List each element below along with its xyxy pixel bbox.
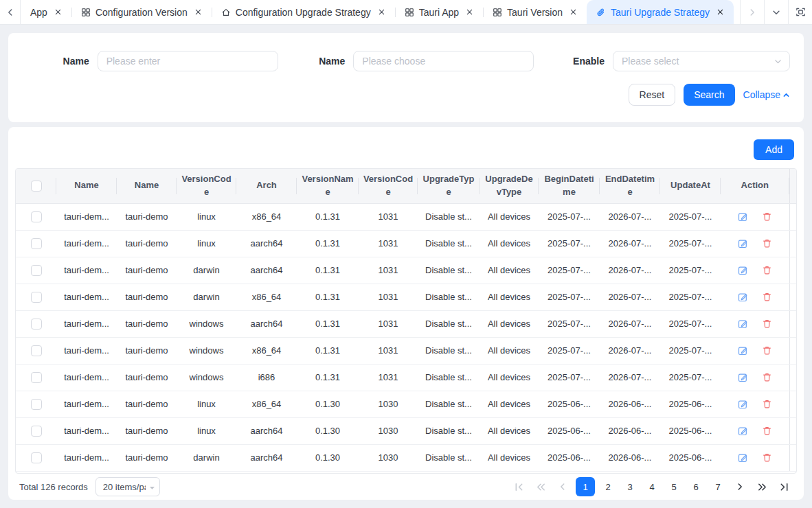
row-checkbox[interactable] bbox=[31, 426, 42, 437]
enable-field-label: Enable bbox=[534, 56, 605, 67]
row-checkbox[interactable] bbox=[31, 345, 42, 356]
collapse-link[interactable]: Collapse bbox=[743, 89, 790, 100]
page-4-button[interactable]: 4 bbox=[643, 477, 661, 496]
page-6-button[interactable]: 6 bbox=[687, 477, 705, 496]
select-all-checkbox[interactable] bbox=[31, 181, 42, 192]
tabs-scroll-right-button[interactable] bbox=[740, 0, 764, 24]
first-page-button[interactable] bbox=[510, 477, 528, 496]
table-cell: x86_64 bbox=[236, 337, 297, 364]
delete-button[interactable] bbox=[760, 210, 774, 223]
tab-tauri-app[interactable]: Tauri App bbox=[395, 0, 483, 24]
table-cell: x86_64 bbox=[236, 391, 297, 417]
row-checkbox[interactable] bbox=[31, 265, 42, 276]
page-3-button[interactable]: 3 bbox=[621, 477, 639, 496]
delete-button[interactable] bbox=[760, 424, 774, 437]
edit-button[interactable] bbox=[736, 264, 749, 277]
delete-button[interactable] bbox=[760, 344, 774, 357]
page-size-select[interactable]: 20 items/pag bbox=[95, 477, 160, 496]
table-cell: 1031 bbox=[359, 230, 418, 257]
row-checkbox[interactable] bbox=[31, 399, 42, 410]
edit-button[interactable] bbox=[736, 210, 749, 224]
enable-select-input[interactable] bbox=[613, 51, 790, 71]
previous-page-button[interactable] bbox=[554, 477, 572, 496]
table-cell: 0.1.31 bbox=[297, 284, 359, 310]
table-cell: 2026-07-... bbox=[600, 203, 660, 230]
edit-button[interactable] bbox=[736, 397, 749, 411]
reset-button[interactable]: Reset bbox=[629, 84, 676, 106]
name-choose-input[interactable] bbox=[353, 51, 534, 71]
fullscreen-button[interactable] bbox=[788, 0, 812, 24]
delete-button[interactable] bbox=[760, 237, 774, 250]
home-icon bbox=[221, 8, 231, 17]
close-icon[interactable] bbox=[717, 8, 724, 16]
delete-button[interactable] bbox=[760, 264, 774, 277]
table-cell: 0.1.31 bbox=[297, 257, 359, 284]
table-cell: 2025-07-... bbox=[660, 257, 721, 284]
tab-tauri-version[interactable]: Tauri Version bbox=[483, 0, 587, 24]
delete-button[interactable] bbox=[760, 451, 774, 464]
edit-button[interactable] bbox=[736, 237, 749, 251]
table-cell: x86_64 bbox=[236, 203, 297, 230]
jump-forward-button[interactable] bbox=[753, 477, 771, 496]
tab-tauri-upgrade-strategy[interactable]: Tauri Upgrade Strategy bbox=[587, 0, 734, 24]
close-icon[interactable] bbox=[194, 8, 202, 16]
table-cell: tauri-dem... bbox=[56, 391, 117, 417]
edit-button[interactable] bbox=[736, 451, 749, 465]
delete-button[interactable] bbox=[760, 397, 774, 411]
table-cell: aarch64 bbox=[236, 310, 297, 337]
name-input[interactable] bbox=[98, 51, 278, 71]
delete-button[interactable] bbox=[760, 290, 774, 303]
row-checkbox[interactable] bbox=[31, 211, 42, 222]
enable-select[interactable] bbox=[613, 51, 790, 71]
close-icon[interactable] bbox=[378, 8, 385, 16]
search-button[interactable]: Search bbox=[684, 84, 734, 106]
table-cell: Disable st... bbox=[418, 257, 480, 284]
table-cell: i686 bbox=[236, 364, 297, 391]
table-cell: windows bbox=[177, 364, 236, 391]
filter-field-name-1: Name bbox=[22, 51, 278, 71]
edit-button[interactable] bbox=[736, 317, 749, 331]
edit-button[interactable] bbox=[736, 371, 749, 384]
close-icon[interactable] bbox=[54, 8, 62, 16]
edit-button[interactable] bbox=[736, 424, 749, 438]
close-icon[interactable] bbox=[466, 8, 473, 16]
tabs-scroll-left-button[interactable] bbox=[0, 0, 21, 24]
column-header-name: Name bbox=[56, 169, 117, 203]
table-cell: darwin bbox=[177, 284, 236, 310]
edit-button[interactable] bbox=[736, 344, 749, 358]
row-checkbox[interactable] bbox=[31, 452, 42, 463]
add-button[interactable]: Add bbox=[754, 139, 794, 160]
tab-configuration-upgrade-strategy[interactable]: Configuration Upgrade Strategy bbox=[212, 0, 395, 24]
tabs-dropdown-button[interactable] bbox=[764, 0, 788, 24]
edit-icon bbox=[737, 238, 748, 249]
delete-button[interactable] bbox=[760, 317, 774, 330]
tab-app[interactable]: App bbox=[21, 0, 71, 24]
table-cell: Disable st... bbox=[418, 391, 480, 417]
filter-field-enable: Enable bbox=[534, 51, 790, 71]
table-cell: 2025-07-... bbox=[660, 337, 721, 364]
row-checkbox[interactable] bbox=[31, 319, 42, 330]
table-cell: tauri-demo bbox=[117, 364, 177, 391]
row-checkbox[interactable] bbox=[31, 238, 42, 249]
row-checkbox[interactable] bbox=[31, 372, 42, 383]
page-1-button[interactable]: 1 bbox=[576, 477, 595, 496]
data-table: NameNameVersionCodeArchVersionNameVersio… bbox=[15, 168, 797, 474]
row-checkbox[interactable] bbox=[31, 292, 42, 303]
scrollbar-gutter bbox=[789, 364, 797, 391]
page-5-button[interactable]: 5 bbox=[665, 477, 683, 496]
tabs-container: AppConfiguration VersionConfiguration Up… bbox=[21, 0, 740, 24]
table-cell: tauri-dem... bbox=[56, 257, 117, 284]
close-icon[interactable] bbox=[569, 8, 577, 16]
page-2-button[interactable]: 2 bbox=[599, 477, 617, 496]
next-page-button[interactable] bbox=[731, 477, 749, 496]
jump-back-button[interactable] bbox=[532, 477, 550, 496]
grid-icon bbox=[81, 8, 91, 17]
trash-icon bbox=[762, 345, 772, 356]
page-7-button[interactable]: 7 bbox=[709, 477, 727, 496]
delete-button[interactable] bbox=[760, 371, 774, 384]
table-row: tauri-dem...tauri-demodarwinaarch640.1.3… bbox=[16, 444, 797, 471]
edit-button[interactable] bbox=[736, 290, 749, 304]
last-page-button[interactable] bbox=[775, 477, 793, 496]
tab-configuration-version[interactable]: Configuration Version bbox=[71, 0, 212, 24]
table-cell: linux bbox=[177, 230, 236, 257]
